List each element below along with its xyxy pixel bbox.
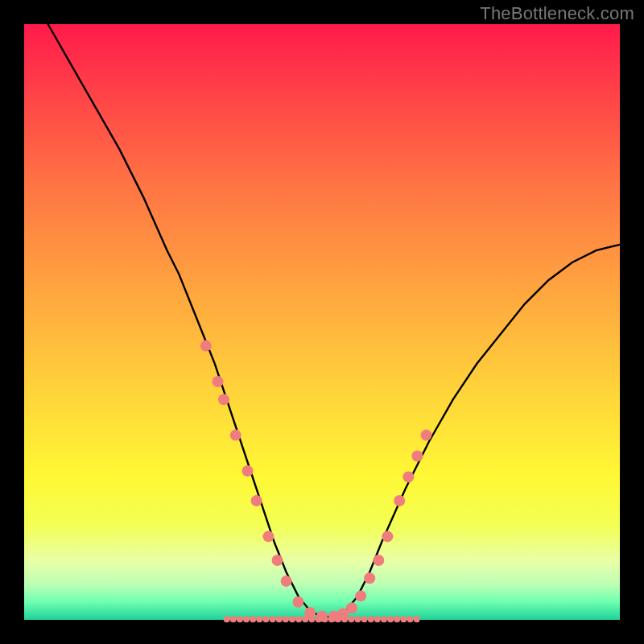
highlight-dot	[281, 576, 292, 587]
band-dot	[243, 616, 250, 622]
band-dot	[295, 616, 302, 622]
highlight-dot	[200, 341, 212, 352]
band-dot	[368, 616, 374, 622]
highlight-dot	[411, 451, 423, 462]
highlight-dot	[373, 555, 384, 566]
band-dot	[361, 616, 368, 622]
highlight-dot	[213, 376, 224, 387]
highlight-dot	[218, 394, 229, 405]
highlight-dot	[394, 495, 405, 506]
highlight-dot	[230, 430, 242, 441]
highlight-dot	[364, 572, 375, 584]
highlight-dot	[346, 602, 357, 613]
chart-svg	[0, 0, 644, 644]
band-dot	[381, 616, 387, 622]
band-dot	[400, 616, 407, 622]
band-dot	[256, 616, 262, 622]
highlight-dot	[251, 495, 262, 506]
band-dot	[348, 616, 354, 622]
highlight-dot	[292, 597, 303, 608]
band-dot	[407, 616, 414, 622]
band-dot	[270, 616, 276, 622]
highlight-dot	[402, 471, 414, 482]
band-dot	[387, 616, 394, 622]
highlight-dot	[304, 607, 316, 618]
band-dot	[394, 616, 400, 622]
highlight-dot	[262, 530, 274, 542]
highlight-dot	[382, 530, 393, 542]
band-dot	[354, 616, 361, 622]
band-dot	[276, 616, 283, 622]
band-dot	[283, 616, 289, 622]
highlight-dot	[316, 611, 328, 622]
curve-line	[48, 24, 620, 617]
band-dot	[224, 616, 230, 622]
band-dot	[250, 616, 256, 622]
highlight-dot	[272, 555, 283, 566]
highlight-dot	[242, 465, 254, 477]
band-dot	[230, 616, 237, 622]
band-dot	[237, 616, 243, 622]
highlight-dot	[355, 590, 366, 601]
chart-frame: TheBottleneck.com	[0, 0, 644, 644]
band-dot	[262, 616, 269, 622]
band-dot	[374, 616, 381, 622]
highlight-dot	[421, 430, 432, 441]
band-dot	[289, 616, 295, 622]
band-dot	[414, 616, 420, 622]
